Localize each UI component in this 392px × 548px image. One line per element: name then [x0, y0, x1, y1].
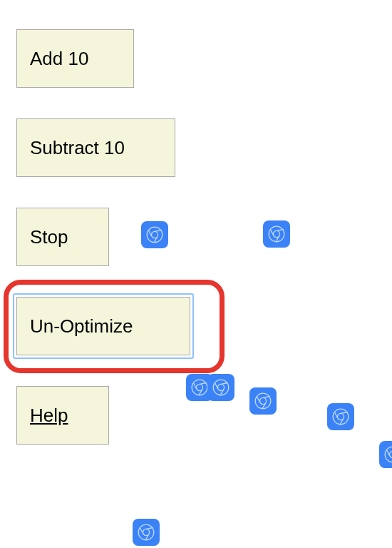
- svg-point-4: [192, 380, 207, 395]
- add-10-button[interactable]: Add 10: [16, 29, 134, 88]
- svg-point-13: [389, 451, 392, 457]
- svg-point-8: [255, 393, 271, 409]
- chrome-icon: [263, 220, 290, 248]
- svg-point-6: [213, 380, 229, 395]
- chrome-icon: [133, 519, 160, 546]
- chrome-icon: [141, 221, 168, 248]
- chrome-icon: [249, 387, 277, 415]
- subtract-10-button[interactable]: Subtract 10: [16, 118, 175, 177]
- help-button[interactable]: Help: [16, 386, 109, 445]
- focused-button-wrap: Un-Optimize: [13, 293, 194, 359]
- svg-point-2: [269, 226, 284, 242]
- svg-point-10: [333, 409, 349, 425]
- stop-button[interactable]: Stop: [16, 208, 109, 266]
- chrome-icon: [327, 403, 354, 430]
- help-button-label: Help: [30, 405, 68, 427]
- svg-point-14: [138, 524, 154, 540]
- chrome-icon: [207, 374, 234, 401]
- un-optimize-button[interactable]: Un-Optimize: [16, 297, 190, 355]
- svg-point-0: [147, 227, 163, 243]
- chrome-icon: [379, 441, 392, 468]
